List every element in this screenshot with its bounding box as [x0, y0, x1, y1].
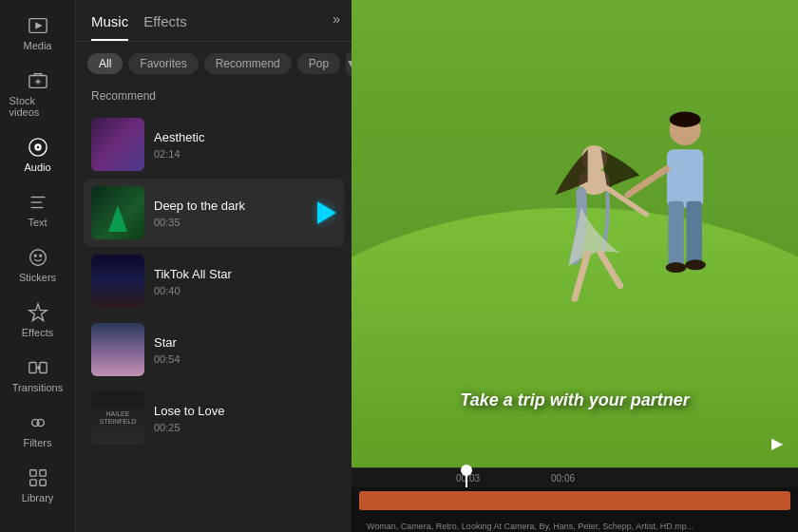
filter-favorites[interactable]: Favorites	[128, 53, 198, 74]
svg-marker-1	[35, 22, 42, 28]
stock-icon	[28, 70, 48, 91]
track-duration: 00:35	[154, 217, 336, 228]
track-info: Star 00:54	[154, 335, 336, 365]
track-title: Star	[154, 335, 336, 350]
timeline-playhead[interactable]	[466, 468, 467, 487]
timeline-track-label: Woman, Camera, Retro, Looking At Camera,…	[367, 522, 798, 531]
sidebar-item-stickers[interactable]: Stickers	[6, 239, 70, 291]
track-title: Aesthetic	[154, 130, 336, 144]
svg-rect-20	[29, 480, 35, 485]
transitions-icon	[28, 357, 48, 378]
sidebar-label-effects: Effects	[22, 327, 53, 338]
track-duration: 00:54	[154, 353, 336, 365]
video-caption: Take a trip with your partner	[460, 390, 689, 410]
video-preview: Take a trip with your partner ▶	[352, 0, 798, 467]
sidebar-item-transitions[interactable]: Transitions	[6, 350, 70, 401]
text-icon	[28, 192, 48, 213]
timeline-marker-2: 00:06	[551, 473, 575, 484]
track-title: TikTok All Star	[154, 267, 336, 281]
sidebar-label-transitions: Transitions	[12, 382, 63, 393]
sidebar-item-effects[interactable]: Effects	[6, 294, 70, 346]
main-content: Take a trip with your partner ▶ 00:03 00…	[352, 0, 798, 532]
track-info: Deep to the dark 00:35	[154, 199, 336, 228]
timeline-ruler: 00:03 00:06	[352, 468, 798, 487]
track-info: Aesthetic 02:14	[154, 130, 336, 160]
svg-rect-33	[687, 201, 702, 266]
track-title: Lose to Love	[154, 404, 336, 418]
music-list: Aesthetic 02:14 Deep to the dark 00:35 T…	[76, 110, 352, 532]
filter-all[interactable]: All	[87, 53, 123, 74]
filter-recommend[interactable]: Recommend	[204, 53, 292, 74]
sidebar-label-stock: Stock videos	[10, 95, 66, 118]
svg-point-36	[685, 259, 706, 270]
section-recommend: Recommend	[76, 86, 352, 110]
svg-point-11	[29, 250, 46, 266]
play-button[interactable]: ▶	[771, 434, 783, 452]
stickers-icon	[28, 247, 48, 268]
track-duration: 00:25	[154, 422, 336, 433]
music-panel: Music Effects » All Favorites Recommend …	[76, 0, 352, 532]
play-cursor-icon	[317, 201, 336, 224]
sidebar-item-text[interactable]: Text	[6, 184, 70, 236]
track-thumbnail	[91, 323, 144, 376]
list-item[interactable]: Star 00:54	[84, 315, 344, 384]
track-info: Lose to Love 00:25	[154, 404, 336, 433]
sidebar-label-filters: Filters	[24, 437, 52, 448]
svg-rect-15	[39, 363, 46, 373]
sidebar-item-library[interactable]: Library	[6, 460, 70, 511]
track-thumbnail	[91, 255, 144, 308]
track-duration: 00:40	[154, 285, 336, 296]
timeline: 00:03 00:06 Woman, Camera, Retro, Lookin…	[352, 467, 798, 532]
sidebar-label-audio: Audio	[24, 162, 50, 173]
track-title: Deep to the dark	[154, 199, 336, 213]
list-item[interactable]: Aesthetic 02:14	[84, 110, 344, 179]
sidebar-label-text: Text	[28, 217, 47, 228]
svg-rect-32	[668, 201, 683, 266]
sidebar-item-stock-videos[interactable]: Stock videos	[6, 63, 70, 125]
list-item[interactable]: Deep to the dark 00:35	[84, 179, 344, 247]
sidebar-item-audio[interactable]: Audio	[6, 129, 70, 180]
svg-point-31	[670, 112, 701, 127]
svg-point-17	[37, 419, 44, 426]
sidebar-item-media[interactable]: Media	[6, 8, 70, 59]
svg-rect-19	[39, 470, 45, 476]
track-thumbnail	[91, 186, 144, 239]
media-icon	[28, 15, 48, 36]
track-duration: 02:14	[154, 148, 336, 160]
audio-icon	[28, 137, 48, 158]
sidebar-item-filters[interactable]: Filters	[6, 405, 70, 456]
panel-tabs: Music Effects »	[76, 0, 352, 42]
svg-point-13	[39, 255, 41, 256]
tab-music[interactable]: Music	[91, 13, 128, 41]
collapse-button[interactable]: »	[332, 11, 340, 27]
sidebar-label-media: Media	[24, 40, 52, 51]
sidebar-label-stickers: Stickers	[19, 272, 56, 283]
sidebar-label-library: Library	[22, 492, 54, 504]
svg-point-12	[34, 255, 36, 256]
svg-point-35	[666, 262, 687, 273]
svg-rect-21	[39, 480, 45, 485]
svg-rect-14	[28, 363, 35, 373]
filter-row: All Favorites Recommend Pop ▼	[76, 42, 352, 86]
effects-icon	[28, 302, 48, 323]
svg-point-7	[36, 146, 39, 149]
sidebar: Media Stock videos Audio Text	[0, 0, 76, 532]
list-item[interactable]: HAILEESTEINFELD Lose to Love 00:25	[84, 384, 344, 452]
library-icon	[28, 467, 48, 488]
filters-icon	[28, 412, 48, 433]
track-thumbnail	[91, 118, 144, 171]
timeline-video-track[interactable]	[359, 491, 790, 510]
filter-pop[interactable]: Pop	[297, 53, 340, 74]
list-item[interactable]: TikTok All Star 00:40	[84, 247, 344, 315]
track-info: TikTok All Star 00:40	[154, 267, 336, 296]
svg-rect-29	[667, 149, 703, 208]
tab-effects[interactable]: Effects	[143, 13, 187, 41]
svg-rect-18	[29, 470, 35, 476]
timeline-tracks: Woman, Camera, Retro, Looking At Camera,…	[352, 487, 798, 532]
track-thumbnail: HAILEESTEINFELD	[91, 391, 144, 445]
